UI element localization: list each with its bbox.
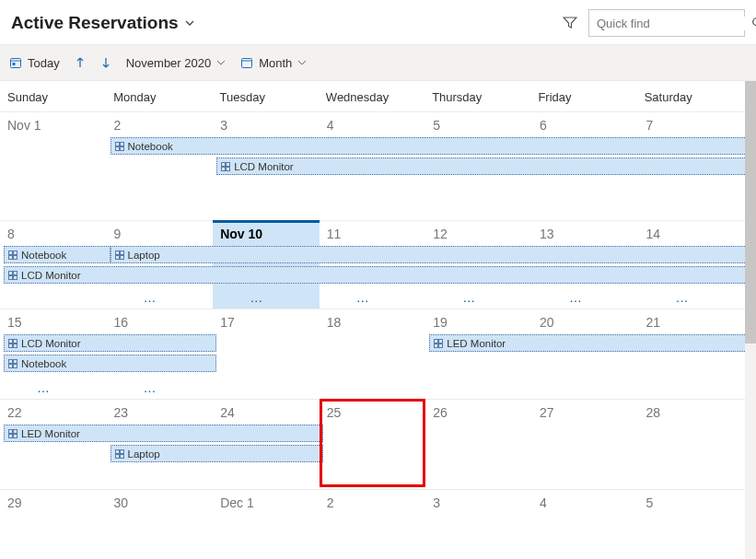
more-events[interactable]: … [532,290,584,305]
calendar-cell[interactable]: 3 [425,489,532,559]
more-events[interactable]: … [425,290,477,305]
period-dropdown[interactable]: November 2020 [126,56,227,70]
svg-rect-21 [115,255,119,259]
reservation-event[interactable]: LED Monitor [4,425,323,442]
cell-date: 11 [327,227,342,241]
cell-date: Nov 1 [7,118,41,133]
cell-date: 9 [114,227,122,241]
more-events[interactable]: … [107,380,158,395]
calendar-week: 22232425262728LED MonitorLaptop [0,399,745,489]
cell-date: 2 [114,118,122,133]
cell-date: 21 [646,315,660,330]
search-box[interactable] [588,9,745,37]
reservation-event[interactable]: Notebook [110,137,749,155]
next-button[interactable] [100,56,111,69]
prev-button[interactable] [75,56,86,69]
reservation-event[interactable]: Notebook [4,246,110,263]
more-events[interactable]: … [107,290,158,305]
reservation-event[interactable]: LCD Monitor [4,334,216,352]
calendar-cell[interactable]: 4 [532,489,639,559]
more-events[interactable]: … [320,290,371,305]
search-input[interactable] [597,17,751,30]
calendar-cell[interactable]: 24 [213,399,320,489]
svg-rect-22 [120,255,123,259]
calendar-cell[interactable]: 28 [638,399,745,489]
svg-rect-42 [14,434,17,437]
cell-date: 18 [327,315,342,330]
today-button[interactable]: Today [9,56,60,70]
cell-date: 6 [540,118,547,133]
svg-rect-2 [11,59,21,68]
cell-date: 20 [540,315,554,330]
scrollbar-thumb[interactable] [745,81,756,344]
more-events[interactable]: … [638,290,690,305]
cell-date: 2 [327,495,334,510]
cell-date: Dec 1 [220,495,254,510]
svg-rect-28 [14,339,17,343]
svg-rect-44 [120,449,123,453]
filter-icon[interactable] [563,16,577,30]
event-label: LED Monitor [447,338,506,349]
calendar-cell[interactable]: 2 [320,489,426,559]
svg-rect-46 [120,454,123,458]
day-name: Sunday [2,90,108,104]
view-mode-dropdown[interactable]: Month [240,56,307,70]
calendar-cell[interactable]: 30 [107,489,214,559]
calendar-cell[interactable]: 23 [107,399,214,489]
reservation-event[interactable]: Laptop [110,445,323,462]
reservation-icon [221,162,230,171]
cell-date: 24 [220,405,235,420]
cell-date: 3 [433,495,440,510]
calendar-cell[interactable]: Nov 1 [0,111,107,220]
view-title-dropdown[interactable]: Active Reservations [11,13,563,33]
reservation-event[interactable]: Laptop [110,246,749,263]
cell-date: 4 [540,495,547,510]
cell-date: 17 [220,315,235,330]
chevron-down-icon [297,58,307,67]
cell-date: 3 [220,118,227,133]
svg-rect-32 [14,359,17,363]
reservation-event[interactable]: LCD Monitor [216,157,749,175]
svg-rect-16 [14,250,17,254]
calendar-cell[interactable]: 27 [532,399,639,489]
svg-rect-4 [13,63,16,65]
cell-date: 4 [327,118,334,133]
reservation-event[interactable]: Notebook [4,355,216,372]
calendar-cell[interactable]: 22 [0,399,107,489]
reservation-event[interactable]: LCD Monitor [4,266,749,284]
svg-rect-35 [435,339,438,343]
svg-rect-9 [115,146,119,150]
calendar-week: 89Nov 1011121314NotebookLaptopLCD Monito… [0,220,745,309]
chevron-down-icon [216,58,226,67]
reservation-icon [115,250,124,260]
calendar-cell[interactable]: 26 [425,399,532,489]
cell-date: 19 [433,315,448,330]
event-label: Laptop [128,250,160,261]
cell-date: 27 [540,405,554,420]
day-header: SundayMondayTuesdayWednesdayThursdayFrid… [0,81,745,111]
calendar-week: 2930Dec 12345 [0,489,745,559]
calendar-cell[interactable]: 25 [320,399,426,489]
more-events[interactable]: … [0,380,52,395]
scrollbar[interactable] [745,81,756,559]
reservation-event[interactable]: LED Monitor [429,334,749,352]
calendar-cell[interactable]: 2 [107,111,214,220]
svg-rect-31 [9,359,13,363]
event-label: LED Monitor [21,428,80,439]
cell-date: 29 [7,495,22,510]
chevron-down-icon [184,17,195,29]
calendar-cell[interactable]: 5 [638,489,745,559]
reservation-icon [115,449,124,459]
event-label: LCD Monitor [21,338,81,349]
svg-rect-40 [14,429,17,433]
search-icon[interactable] [751,17,756,29]
reservation-icon [8,429,17,438]
svg-rect-45 [115,454,119,458]
cell-date: 14 [646,227,660,241]
calendar-cell[interactable]: 29 [0,489,107,559]
cell-date: 26 [433,405,448,420]
svg-rect-33 [9,364,13,367]
calendar-cell[interactable]: Dec 1 [213,489,320,559]
more-events[interactable]: … [213,290,264,305]
cell-date: 12 [433,227,448,241]
